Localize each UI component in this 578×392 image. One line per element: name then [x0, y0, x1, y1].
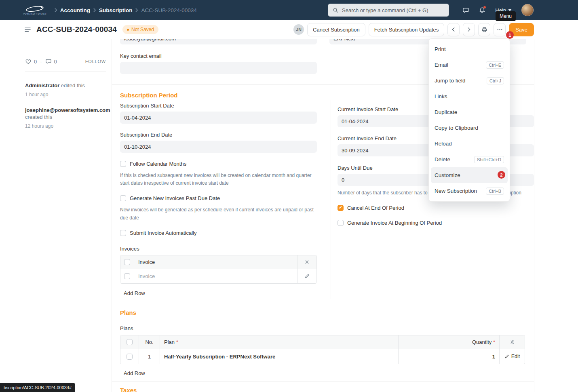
menu-item-customize[interactable]: Customize: [431, 167, 508, 183]
breadcrumb-subscription[interactable]: Subscription: [99, 7, 133, 13]
plan-cell[interactable]: Half-Yearly Subscription - ERPNext Softw…: [160, 349, 399, 364]
shortcut-hint: Ctrl+B: [486, 188, 504, 195]
menu-item-label: Print: [435, 46, 446, 52]
menu-item-label: Jump to field: [435, 78, 466, 84]
logo-icon: [25, 6, 44, 12]
plans-table-header: No. Plan Quantity: [120, 335, 525, 349]
sidebar-reactions: 0 0 FOLLOW: [25, 58, 106, 72]
select-all-checkbox[interactable]: [127, 339, 133, 345]
follow-calendar-months-checkbox[interactable]: [120, 161, 126, 167]
heart-icon[interactable]: [25, 58, 32, 65]
activity-action: created this: [25, 114, 52, 120]
menu-item-print[interactable]: Print: [429, 41, 510, 57]
select-all-checkbox[interactable]: [124, 259, 130, 265]
plans-table-row: 1 Half-Yearly Subscription - ERPNext Sof…: [120, 349, 525, 364]
menu-item-links[interactable]: Links: [429, 89, 510, 104]
menu-item-label: Delete: [435, 156, 450, 162]
menu-item-reload[interactable]: Reload: [429, 136, 510, 152]
field-label: Subscription End Date: [120, 132, 317, 138]
checkbox-label: Generate Invoice At Beginning Of Period: [347, 220, 442, 226]
activity-entry: Administrator edited this 1 hour ago: [25, 82, 106, 98]
sidebar-toggle-icon[interactable]: [24, 27, 31, 33]
table-settings-button[interactable]: [297, 255, 316, 269]
key-contact-email-field: Key contact email: [120, 53, 317, 74]
key-contact-email-input[interactable]: [120, 62, 317, 74]
activity-time: 1 hour ago: [25, 91, 106, 98]
quantity-column-header: Quantity: [472, 339, 495, 345]
follow-button[interactable]: FOLLOW: [85, 59, 106, 64]
status-badge: Not Saved: [122, 25, 158, 34]
generate-at-beginning-checkbox[interactable]: [338, 220, 344, 226]
activity-actor: josephine@powersoftsystem.com: [25, 107, 110, 113]
top-navbar: POWERSOFT SYSTEM Accounting Subscription…: [0, 0, 578, 20]
ellipsis-icon: [497, 27, 503, 33]
pencil-icon: [504, 354, 509, 359]
invoice-column-header: Invoice: [134, 255, 297, 269]
menu-tooltip: Menu: [496, 11, 516, 21]
likes-count: 0: [34, 59, 37, 65]
chevron-right-icon: [53, 7, 59, 13]
invoices-table: Invoice Invoice: [120, 255, 317, 284]
menu-item-duplicate[interactable]: Duplicate: [429, 104, 510, 120]
edit-row-button[interactable]: [297, 269, 316, 283]
quantity-cell[interactable]: 1: [399, 349, 500, 364]
checkbox-label: Cancel At End Of Period: [347, 205, 404, 211]
form-sidebar: 0 0 FOLLOW Administrator edited this 1 h…: [0, 39, 112, 392]
invoices-add-row-button[interactable]: Add Row: [120, 288, 149, 299]
subscription-start-date-field: Subscription Start Date 01-04-2024: [120, 103, 317, 124]
plans-add-row-button[interactable]: Add Row: [120, 368, 149, 379]
submit-invoice-automatically-checkbox[interactable]: [120, 230, 126, 236]
notifications-bell-icon[interactable]: [479, 7, 485, 14]
menu-item-jump-to-field[interactable]: Jump to fieldCtrl+J: [429, 73, 510, 89]
menu-item-copy-to-clipboard[interactable]: Copy to Clipboard: [429, 120, 510, 136]
section-heading: Plans: [120, 309, 525, 316]
search-input[interactable]: [342, 7, 444, 13]
generate-past-due-checkbox[interactable]: [120, 195, 126, 201]
plans-table: No. Plan Quantity 1 Half-Yearly Subscrip…: [120, 335, 525, 364]
activity-time: 12 hours ago: [25, 123, 106, 129]
table-settings-button[interactable]: [500, 335, 525, 349]
cancel-subscription-button[interactable]: Cancel Subscription: [307, 23, 365, 36]
url-preview-statusbar: bscription/ACC-SUB-2024-00034#: [0, 383, 75, 392]
print-button[interactable]: [478, 23, 490, 36]
subscription-start-date-input[interactable]: 01-04-2024: [120, 112, 317, 124]
row-number: 1: [139, 349, 160, 364]
prev-document-button[interactable]: [447, 23, 460, 36]
menu-ellipsis-button[interactable]: [494, 23, 506, 36]
navbar-right: Help: [462, 0, 578, 20]
menu-item-label: Customize: [435, 172, 460, 178]
cancel-at-end-checkbox[interactable]: [338, 205, 344, 211]
invoices-table-label: Invoices: [120, 246, 317, 252]
generate-past-due-row: Generate New Invoices Past Due Date: [120, 195, 317, 201]
menu-item-email[interactable]: EmailCtrl+E: [429, 57, 510, 73]
chevron-left-icon: [451, 27, 456, 32]
section-plans: Plans Plans No. Plan Quantity 1 Half-Yea…: [112, 302, 534, 382]
separator-dot: [39, 59, 42, 65]
menu-item-delete[interactable]: DeleteShift+Ctrl+D: [429, 152, 510, 167]
field-label: Key contact email: [120, 53, 317, 59]
assignee-avatar[interactable]: JN: [293, 24, 304, 35]
subscription-end-date-input[interactable]: 01-10-2024: [120, 141, 317, 153]
fetch-subscription-updates-button[interactable]: Fetch Subscription Updates: [369, 23, 445, 36]
menu-item-new-subscription[interactable]: New SubscriptionCtrl+B: [429, 183, 510, 199]
row-checkbox[interactable]: [124, 273, 130, 279]
edit-row-button[interactable]: Edit: [504, 354, 520, 359]
subscription-end-date-field: Subscription End Date 01-10-2024: [120, 132, 317, 153]
activity-actor: Administrator: [25, 82, 59, 89]
user-avatar[interactable]: [521, 4, 534, 16]
menu-item-label: New Subscription: [435, 188, 477, 194]
menu-item-label: Copy to Clipboard: [435, 125, 478, 131]
app-logo[interactable]: POWERSOFT SYSTEM: [23, 6, 46, 15]
comment-icon[interactable]: [45, 58, 52, 65]
submit-invoice-automatically-row: Submit Invoice Automatically: [120, 230, 317, 236]
next-document-button[interactable]: [463, 23, 475, 36]
field-label: Subscription Start Date: [120, 103, 317, 109]
menu-item-label: Reload: [435, 141, 452, 147]
menu-item-label: Duplicate: [435, 109, 457, 115]
breadcrumb-accounting[interactable]: Accounting: [60, 7, 90, 13]
invoice-cell-input[interactable]: Invoice: [134, 269, 297, 283]
row-checkbox[interactable]: [127, 354, 133, 360]
global-search[interactable]: [328, 4, 449, 17]
chat-icon[interactable]: [462, 7, 469, 14]
document-menu-dropdown: Print EmailCtrl+E Jump to fieldCtrl+J Li…: [428, 38, 510, 202]
